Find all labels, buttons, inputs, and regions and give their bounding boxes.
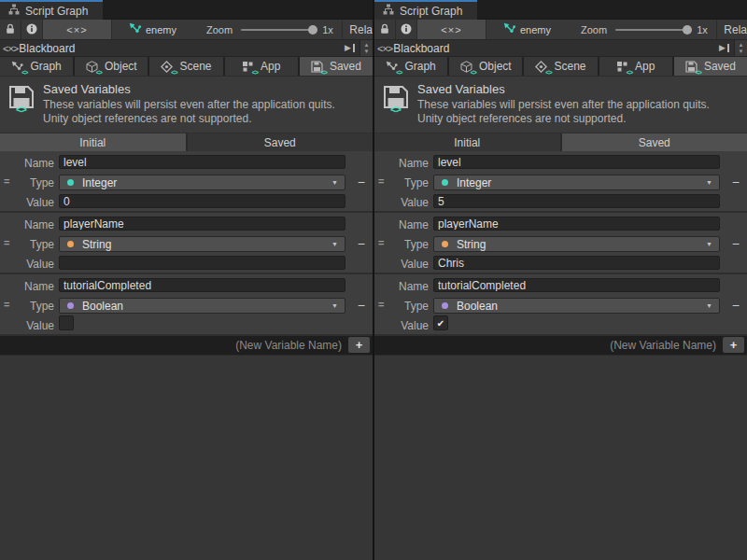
tab-app[interactable]: <> App: [225, 57, 298, 76]
zoom-slider[interactable]: [241, 24, 317, 35]
variable-type-dropdown[interactable]: Boolean ▼: [59, 298, 345, 314]
tab-initial[interactable]: Initial: [0, 133, 186, 151]
floppy-code-icon: <>: [383, 85, 411, 113]
tab-initial[interactable]: Initial: [374, 133, 560, 151]
script-graph-icon: [383, 4, 394, 18]
chevron-down-icon: ▼: [331, 241, 338, 247]
zoom-slider[interactable]: [615, 24, 692, 35]
variable-name-input[interactable]: [433, 278, 720, 292]
type-label: Type: [374, 300, 429, 313]
edit-graph-button[interactable]: <×>: [43, 20, 112, 39]
add-variable-button[interactable]: +: [348, 337, 370, 353]
add-variable-button[interactable]: +: [723, 337, 744, 353]
variable-type-dropdown[interactable]: String ▼: [433, 236, 720, 252]
variable-type-dropdown[interactable]: Integer ▼: [433, 175, 720, 190]
type-color-dot: [442, 179, 448, 186]
lock-button[interactable]: [374, 20, 396, 39]
tab-app[interactable]: <> App: [599, 57, 672, 76]
spin-down-icon[interactable]: ▼: [364, 49, 370, 55]
spin-up-icon[interactable]: ▲: [364, 42, 370, 49]
remove-variable-button[interactable]: −: [358, 299, 365, 312]
script-graph-window-right: Script Graph <×> enemy Zoom 1x Rela <×> …: [374, 0, 747, 560]
variable-value-checkbox[interactable]: ✔: [433, 315, 448, 330]
script-graph-window-left: Script Graph <×> enemy Zoom 1x Rela <×> …: [0, 0, 373, 560]
chevron-down-icon: ▼: [706, 179, 712, 186]
zoom-slider-track: [241, 29, 314, 31]
blackboard-icon: <×>: [3, 43, 18, 54]
relations-button[interactable]: Rela: [716, 20, 747, 39]
name-label: Name: [0, 218, 54, 231]
spin-up-icon[interactable]: ▲: [739, 42, 744, 49]
script-graph-tab[interactable]: Script Graph: [0, 0, 103, 20]
info-button[interactable]: [21, 20, 43, 39]
remove-variable-button[interactable]: −: [358, 237, 365, 250]
chevron-down-icon: ▼: [331, 302, 338, 309]
zoom-label: Zoom: [206, 24, 233, 35]
chevron-down-icon: ▼: [706, 302, 712, 309]
variable-name-input[interactable]: [433, 217, 720, 231]
variable-value-input[interactable]: [433, 194, 720, 208]
tab-saved-values[interactable]: Saved: [562, 133, 747, 151]
tab-graph[interactable]: <> Graph: [374, 57, 447, 76]
spin-down-icon[interactable]: ▼: [739, 49, 744, 55]
panel-divider[interactable]: [373, 0, 374, 560]
variable-value-input[interactable]: [59, 194, 345, 208]
scroll-spinner[interactable]: ▲ ▼: [359, 40, 373, 56]
tab-graph[interactable]: <> Graph: [0, 57, 73, 76]
variable-scope-tabs: <> Graph <> Object <> Scene <> App <> Sa…: [374, 57, 747, 77]
zoom-slider-thumb[interactable]: [308, 25, 317, 35]
relations-button[interactable]: Rela: [342, 20, 373, 39]
variable-type-dropdown[interactable]: String ▼: [59, 236, 345, 252]
value-label: Value: [374, 196, 429, 209]
scene-icon: <>: [161, 61, 174, 73]
variable-type-dropdown[interactable]: Integer ▼: [59, 175, 345, 190]
remove-variable-button[interactable]: −: [732, 175, 740, 189]
zoom-slider-thumb[interactable]: [683, 25, 692, 35]
object-icon: <>: [86, 61, 99, 73]
new-variable-name-input[interactable]: (New Variable Name): [235, 339, 342, 352]
variable-name-input[interactable]: [433, 155, 720, 169]
remove-variable-button[interactable]: −: [358, 175, 365, 189]
remove-variable-button[interactable]: −: [732, 237, 740, 250]
dock-icon[interactable]: ▶: [345, 43, 355, 52]
tab-saved[interactable]: <> Saved: [674, 57, 747, 76]
variable-type-dropdown[interactable]: Boolean ▼: [433, 298, 720, 314]
name-label: Name: [374, 157, 429, 170]
dock-icon[interactable]: ▶: [719, 43, 729, 52]
graph-breadcrumb[interactable]: enemy: [503, 22, 551, 36]
lock-button[interactable]: [0, 20, 21, 39]
variable-row-tutorialcompleted: = Name Type Boolean ▼ − Value: [0, 274, 373, 334]
value-label: Value: [0, 196, 54, 209]
variable-value-input[interactable]: [59, 256, 345, 270]
new-variable-name-input[interactable]: (New Variable Name): [610, 339, 716, 352]
tab-scene[interactable]: <> Scene: [524, 57, 597, 76]
tab-saved[interactable]: <> Saved: [300, 57, 373, 76]
edit-graph-button[interactable]: <×>: [417, 20, 486, 39]
tab-saved-values[interactable]: Saved: [188, 133, 374, 151]
scroll-spinner[interactable]: ▲ ▼: [734, 40, 747, 56]
graph-breadcrumb[interactable]: enemy: [129, 22, 176, 36]
tab-scene[interactable]: <> Scene: [149, 57, 222, 76]
name-label: Name: [0, 157, 54, 170]
tab-object[interactable]: <> Object: [449, 57, 522, 76]
edit-graph-icon: <×>: [66, 24, 87, 35]
tab-object[interactable]: <> Object: [75, 57, 148, 76]
mode-tabs: Initial Saved: [0, 133, 373, 151]
variable-value-input[interactable]: [433, 256, 720, 270]
variable-name-input[interactable]: [59, 278, 345, 292]
chevron-down-icon: ▼: [331, 179, 338, 186]
variable-name-input[interactable]: [59, 155, 345, 169]
type-color-dot: [67, 179, 74, 186]
info-button[interactable]: [396, 20, 417, 39]
name-label: Name: [374, 280, 429, 293]
type-label: Type: [0, 238, 54, 251]
app-icon: <>: [616, 61, 629, 73]
script-graph-tab[interactable]: Script Graph: [374, 0, 477, 20]
saved-variables-desc-2: Unity object references are not supporte…: [43, 112, 251, 125]
tab-title: Script Graph: [400, 5, 462, 18]
zoom-value: 1x: [322, 24, 333, 35]
window-tab-bar: Script Graph: [0, 0, 373, 20]
variable-name-input[interactable]: [59, 217, 345, 231]
variable-value-checkbox[interactable]: [59, 315, 74, 330]
remove-variable-button[interactable]: −: [732, 299, 740, 312]
